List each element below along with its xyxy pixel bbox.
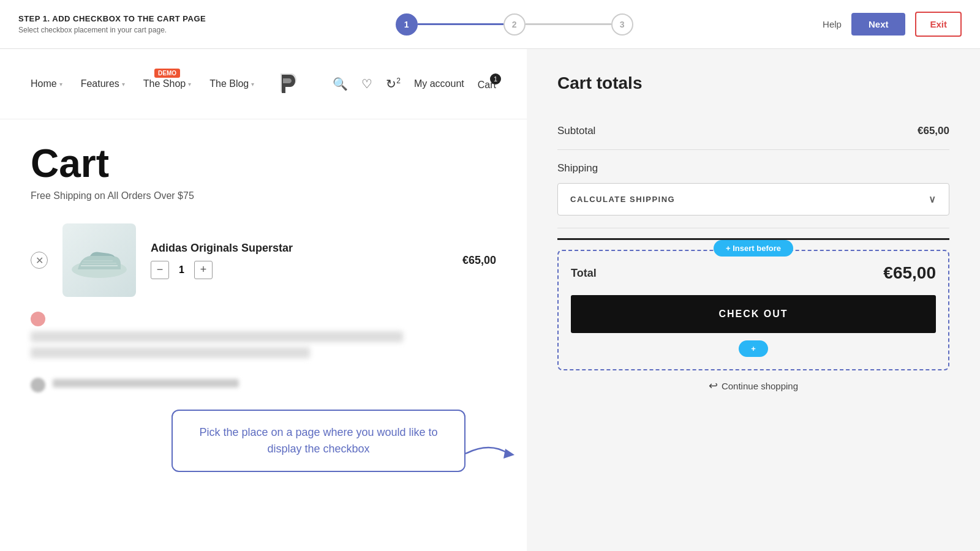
cart-page: Home ▾ Features ▾ DEMO The Shop ▾ The Bl…: [0, 49, 527, 551]
site-nav: Home ▾ Features ▾ DEMO The Shop ▾ The Bl…: [0, 49, 527, 119]
wizard-step-info: STEP 1. ADD CHECKBOX TO THE CART PAGE Se…: [18, 14, 206, 34]
my-account-link[interactable]: My account: [414, 78, 464, 89]
total-value: €65,00: [883, 263, 936, 283]
cart-item: ✕ Adidas Originals Superstar: [31, 223, 496, 297]
quantity-controls: − 1 +: [151, 261, 448, 279]
nav-features[interactable]: Features ▾: [81, 78, 125, 89]
main-wrap: Home ▾ Features ▾ DEMO The Shop ▾ The Bl…: [0, 49, 980, 551]
connector-2-3: [526, 23, 611, 25]
next-button[interactable]: Next: [851, 13, 906, 36]
coupon-section-blurred: [31, 312, 496, 392]
step-1-circle: 1: [396, 13, 418, 36]
quantity-increase-button[interactable]: +: [194, 261, 213, 279]
checkout-selection-box: + Insert before Total €65,00 CHECK OUT +: [557, 250, 949, 370]
site-logo: [270, 66, 303, 102]
blurred-row-2: [31, 347, 310, 358]
blurred-circle: [31, 378, 45, 392]
nav-right: 🔍 ♡ ↻2 My account Cart 1: [333, 77, 496, 91]
search-button[interactable]: 🔍: [333, 77, 348, 91]
wizard-step-sub: Select checkbox placement in your cart p…: [18, 26, 206, 34]
wizard-bar: STEP 1. ADD CHECKBOX TO THE CART PAGE Se…: [0, 0, 980, 49]
help-button[interactable]: Help: [823, 19, 842, 29]
progress-steps: 1 2 3: [396, 13, 633, 36]
quantity-decrease-button[interactable]: −: [151, 261, 169, 279]
demo-badge: DEMO: [154, 69, 180, 78]
wizard-progress: 1 2 3: [206, 13, 823, 36]
subtotal-row: Subtotal €65,00: [557, 113, 949, 150]
features-chevron-icon: ▾: [122, 81, 125, 88]
remove-item-button[interactable]: ✕: [31, 252, 48, 269]
cart-count-badge: 1: [490, 73, 501, 84]
cart-totals-title: Cart totals: [557, 73, 949, 93]
insert-after-button[interactable]: +: [739, 340, 768, 357]
calc-shipping-chevron-icon: ∨: [929, 193, 937, 205]
cart-totals-panel: Cart totals Subtotal €65,00 Shipping CAL…: [527, 49, 980, 551]
nav-links: Home ▾ Features ▾ DEMO The Shop ▾ The Bl…: [31, 78, 254, 89]
shipping-label: Shipping: [557, 162, 949, 174]
cart-content: Cart Free Shipping on All Orders Over $7…: [0, 119, 527, 417]
bubble-arrow-icon: [466, 435, 514, 472]
continue-shopping-link[interactable]: ↩ Continue shopping: [557, 379, 949, 392]
continue-arrow-icon: ↩: [709, 379, 718, 392]
nav-shop[interactable]: DEMO The Shop ▾: [143, 78, 191, 89]
cart-subtitle: Free Shipping on All Orders Over $75: [31, 190, 496, 201]
refresh-count: 2: [396, 77, 401, 85]
coupon-icon-blurred: [31, 312, 45, 326]
wizard-step-title: STEP 1. ADD CHECKBOX TO THE CART PAGE: [18, 14, 206, 23]
wizard-actions: Help Next Exit: [823, 12, 962, 37]
home-chevron-icon: ▾: [59, 81, 62, 88]
speech-bubble: Pick the place on a page where you would…: [172, 410, 466, 472]
step-3-circle: 3: [611, 13, 633, 36]
item-details: Adidas Originals Superstar − 1 +: [151, 242, 448, 279]
shipping-section: Shipping CALCULATE SHIPPING ∨: [557, 150, 949, 228]
bubble-container: Pick the place on a page where you would…: [0, 417, 527, 490]
shop-chevron-icon: ▾: [188, 81, 191, 88]
checkout-button[interactable]: CHECK OUT: [571, 295, 936, 333]
svg-marker-1: [503, 449, 514, 459]
blurred-row-1: [31, 331, 403, 342]
item-price: €65,00: [462, 254, 496, 267]
exit-button[interactable]: Exit: [915, 12, 962, 37]
total-label: Total: [571, 267, 597, 280]
item-name: Adidas Originals Superstar: [151, 242, 448, 255]
cart-button[interactable]: Cart 1: [478, 77, 496, 91]
blurred-row-3: [53, 379, 239, 388]
wishlist-button[interactable]: ♡: [361, 77, 372, 91]
subtotal-label: Subtotal: [557, 125, 595, 137]
quantity-value: 1: [179, 264, 184, 276]
step-2-circle: 2: [503, 13, 526, 36]
subtotal-value: €65,00: [918, 125, 949, 137]
connector-1-2: [418, 23, 503, 25]
cart-title: Cart: [31, 144, 496, 183]
insert-before-button[interactable]: + Insert before: [714, 240, 793, 257]
blog-chevron-icon: ▾: [251, 81, 254, 88]
refresh-button[interactable]: ↻2: [386, 77, 401, 91]
total-row: Total €65,00: [571, 263, 936, 283]
nav-home[interactable]: Home ▾: [31, 78, 62, 89]
calculate-shipping-button[interactable]: CALCULATE SHIPPING ∨: [557, 183, 949, 216]
nav-blog[interactable]: The Blog ▾: [209, 78, 254, 89]
item-image: [62, 223, 136, 297]
